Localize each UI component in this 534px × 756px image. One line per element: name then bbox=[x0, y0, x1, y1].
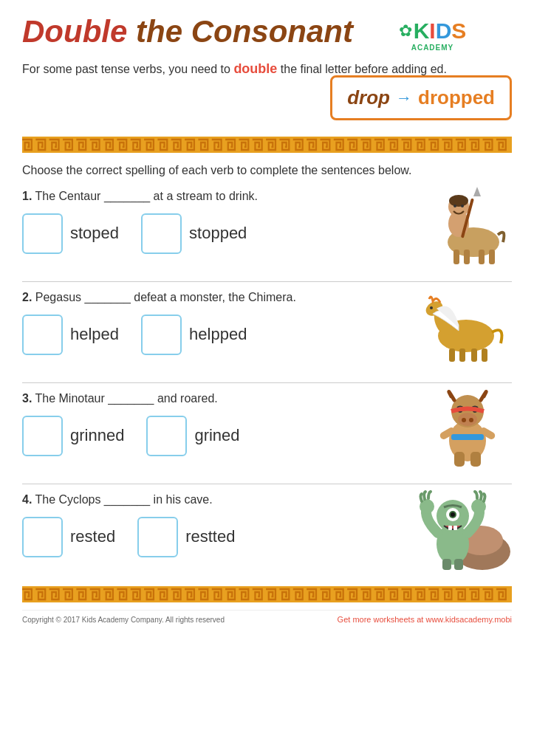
question-2-number: 2. bbox=[22, 291, 32, 303]
logo-i: I bbox=[429, 18, 435, 44]
question-3-choice2-label: grined bbox=[194, 426, 239, 445]
greek-pattern-bottom-svg bbox=[22, 586, 512, 602]
question-3-choice1-label: grinned bbox=[70, 426, 124, 445]
question-3: 3. The Minotaur _______ and roared. grin… bbox=[22, 389, 512, 478]
question-2-choice2-box[interactable] bbox=[141, 315, 182, 355]
question-2-choice2-label: helpped bbox=[189, 325, 247, 344]
question-4-sentence: The Cyclops _______ in his cave. bbox=[35, 493, 213, 506]
logo-row: ✿ KIDS bbox=[399, 18, 467, 44]
svg-marker-10 bbox=[473, 187, 481, 196]
svg-rect-16 bbox=[449, 348, 455, 362]
page-title: Double the Consonant bbox=[22, 15, 353, 49]
intro-text: For some past tense verbs, you need to d… bbox=[22, 59, 512, 128]
instructions: Choose the correct spelling of each verb… bbox=[22, 162, 512, 179]
title-double: Double bbox=[22, 14, 136, 49]
logo-d: D bbox=[436, 18, 452, 44]
question-4-choice1-label: rested bbox=[70, 527, 115, 546]
svg-rect-18 bbox=[471, 348, 477, 362]
question-1-choice2-box[interactable] bbox=[141, 213, 182, 254]
centaur-svg bbox=[425, 183, 510, 264]
question-4-choice1-box[interactable] bbox=[22, 517, 63, 557]
pegasus-image bbox=[416, 288, 512, 362]
svg-rect-17 bbox=[459, 348, 465, 362]
question-1: 1. The Centaur _______ at a stream to dr… bbox=[22, 187, 512, 275]
question-2-choice1-box[interactable] bbox=[22, 315, 63, 355]
svg-point-8 bbox=[449, 195, 468, 207]
minotaur-image bbox=[423, 378, 512, 467]
svg-rect-39 bbox=[454, 559, 463, 570]
greek-border-top bbox=[22, 137, 512, 153]
svg-rect-38 bbox=[442, 559, 451, 570]
svg-point-20 bbox=[430, 306, 433, 309]
minotaur-svg bbox=[423, 378, 512, 467]
page: Double the Consonant ✿ KIDS ACADEMY For … bbox=[0, 0, 534, 756]
question-1-choice1-label: stoped bbox=[70, 224, 119, 243]
title-the: the bbox=[136, 14, 191, 49]
svg-point-12 bbox=[461, 205, 464, 207]
question-4: 4. The Cyclops _______ in his cave. rest… bbox=[22, 490, 512, 579]
question-1-choice2-label: stopped bbox=[189, 224, 247, 243]
svg-rect-2 bbox=[453, 250, 459, 264]
question-3-sentence: The Minotaur _______ and roared. bbox=[35, 392, 218, 405]
question-1-number: 1. bbox=[22, 190, 32, 202]
logo-star-icon: ✿ bbox=[399, 21, 412, 41]
logo-academy-text: ACADEMY bbox=[411, 44, 454, 52]
svg-rect-32 bbox=[451, 434, 484, 440]
svg-point-29 bbox=[469, 418, 473, 422]
svg-rect-3 bbox=[464, 250, 470, 264]
question-2-sentence: Pegasus _______ defeat a monster, the Ch… bbox=[35, 291, 296, 303]
cyclops-image bbox=[416, 487, 512, 568]
svg-rect-22 bbox=[454, 452, 465, 467]
svg-rect-19 bbox=[482, 348, 487, 362]
footer: Copyright © 2017 Kids Academy Company. A… bbox=[22, 610, 512, 624]
question-3-number: 3. bbox=[22, 392, 32, 405]
question-1-sentence: The Centaur _______ at a stream to drink… bbox=[35, 190, 259, 202]
question-2-choice1-label: helped bbox=[70, 325, 119, 344]
greek-pattern-svg bbox=[22, 137, 512, 153]
question-4-choice2-box[interactable] bbox=[137, 517, 178, 557]
svg-point-28 bbox=[462, 418, 466, 422]
cyclops-svg bbox=[416, 485, 512, 570]
footer-copyright: Copyright © 2017 Kids Academy Company. A… bbox=[22, 616, 225, 624]
logo: ✿ KIDS ACADEMY bbox=[399, 18, 467, 52]
logo-s: S bbox=[451, 18, 466, 44]
question-2: 2. Pegasus _______ defeat a monster, the… bbox=[22, 288, 512, 377]
svg-rect-23 bbox=[470, 452, 481, 467]
svg-rect-45 bbox=[453, 526, 457, 530]
example-box: drop → dropped bbox=[330, 75, 512, 120]
header: Double the Consonant ✿ KIDS ACADEMY bbox=[22, 15, 512, 52]
title-consonant: Consonant bbox=[191, 14, 353, 49]
svg-rect-5 bbox=[489, 250, 495, 264]
svg-rect-44 bbox=[448, 526, 452, 530]
logo-k: K bbox=[414, 18, 430, 44]
divider-1 bbox=[22, 281, 512, 282]
question-1-choice1-box[interactable] bbox=[22, 213, 63, 254]
example-word1: drop bbox=[347, 83, 390, 112]
svg-point-43 bbox=[451, 512, 455, 517]
question-4-number: 4. bbox=[22, 493, 32, 506]
footer-website: Get more worksheets at www.kidsacademy.m… bbox=[338, 615, 512, 624]
intro-part1: For some past tense verbs, you need to bbox=[22, 63, 233, 75]
intro-bold: double bbox=[233, 61, 277, 76]
greek-border-bottom bbox=[22, 586, 512, 602]
svg-point-27 bbox=[458, 413, 477, 426]
question-3-choice2-box[interactable] bbox=[146, 416, 187, 456]
title-area: Double the Consonant bbox=[22, 15, 353, 49]
centaur-image bbox=[423, 183, 512, 264]
question-4-choice2-label: restted bbox=[185, 527, 235, 546]
intro-part2: the final letter before adding ed. bbox=[277, 63, 447, 75]
question-3-choice1-box[interactable] bbox=[22, 416, 63, 456]
pegasus-svg bbox=[418, 288, 510, 362]
svg-point-11 bbox=[453, 205, 456, 207]
example-word2: dropped bbox=[418, 83, 495, 112]
svg-rect-4 bbox=[479, 250, 485, 264]
example-arrow-icon: → bbox=[396, 86, 412, 110]
